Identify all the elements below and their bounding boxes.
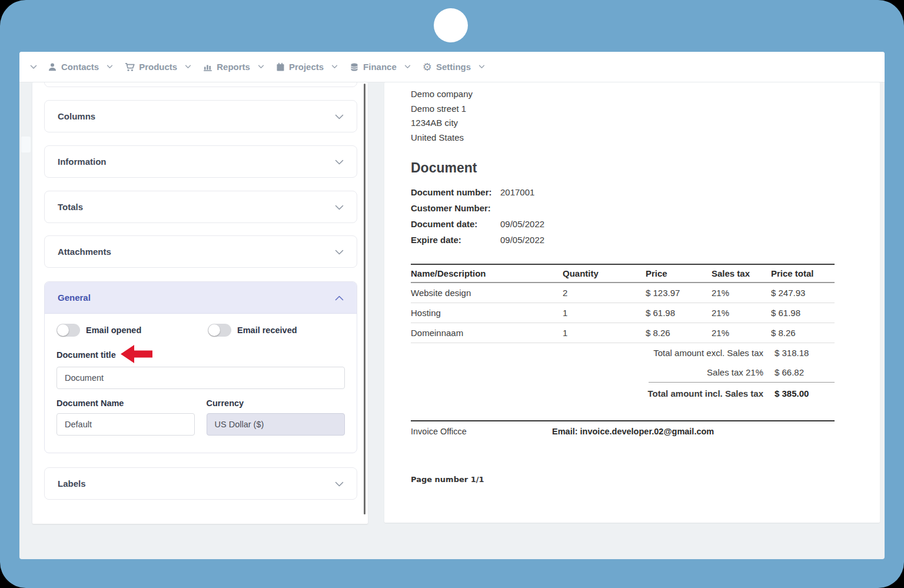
cell-tax: 21%	[712, 288, 771, 298]
nav-item-settings[interactable]: ⚙ Settings	[421, 59, 486, 74]
cell-total: $ 61.98	[771, 308, 835, 318]
section-card-information[interactable]: Information	[44, 145, 357, 178]
cell-qty: 1	[563, 328, 646, 338]
chevron-down-icon	[185, 65, 191, 69]
settings-panel: Columns Information Totals Attachments	[32, 82, 368, 524]
total-label: Total amount excl. Sales tax	[411, 348, 763, 358]
section-title: Labels	[58, 479, 86, 489]
company-name: Demo company	[411, 87, 835, 102]
cell-price: $ 123.97	[646, 288, 712, 298]
section-card-totals[interactable]: Totals	[44, 191, 357, 223]
toggle-label: Email opened	[86, 325, 141, 335]
email-opened-toggle[interactable]	[56, 324, 80, 337]
chevron-down-icon	[335, 202, 344, 212]
nav-label: Settings	[436, 62, 471, 72]
company-city: 1234AB city	[411, 116, 835, 131]
meta-value: 09/05/2022	[500, 235, 544, 245]
chevron-down-icon	[335, 111, 344, 122]
page-number: Page number 1/1	[411, 475, 835, 484]
nav-item-products[interactable]: Products	[124, 59, 192, 74]
total-value: $ 66.82	[775, 367, 835, 377]
meta-label: Document number:	[411, 187, 500, 197]
nav-item-contacts[interactable]: Contacts	[46, 59, 114, 74]
chevron-down-icon	[335, 479, 344, 489]
cell-total: $ 247.93	[771, 288, 835, 298]
cell-tax: 21%	[712, 328, 771, 338]
chevron-down-icon	[478, 65, 485, 69]
section-title: General	[58, 293, 91, 303]
section-title: Information	[58, 157, 107, 167]
top-navbar: Contacts Products Reports	[19, 52, 885, 82]
general-body: Email opened Email received Document tit…	[45, 314, 357, 436]
chevron-up-icon	[335, 293, 344, 303]
chevron-down-icon	[404, 65, 411, 69]
section-card-general[interactable]: General	[45, 282, 357, 314]
currency-input	[207, 413, 345, 436]
chevron-down-icon	[335, 157, 344, 167]
document-heading: Document	[411, 160, 835, 176]
column-header: Sales tax	[712, 268, 771, 278]
meta-value: 09/05/2022	[500, 219, 544, 229]
section-title: Columns	[58, 111, 95, 121]
document-footer: Invoice Officce Email: invoice.developer…	[411, 427, 835, 436]
document-title-input[interactable]	[56, 367, 345, 389]
chevron-down-icon	[107, 65, 113, 69]
device-frame: Contacts Products Reports	[0, 0, 904, 588]
total-label: Sales tax 21%	[411, 367, 763, 377]
toggle-knob	[208, 324, 220, 336]
nav-label: Finance	[363, 62, 397, 72]
gear-icon: ⚙	[423, 62, 432, 72]
nav-label: Products	[139, 62, 177, 72]
red-arrow-annotation-icon	[121, 345, 152, 366]
footer-company: Invoice Officce	[411, 427, 552, 436]
left-panel-scrollbar[interactable]	[364, 84, 365, 514]
toggle-label: Email received	[237, 325, 297, 335]
cell-qty: 1	[563, 308, 646, 318]
section-title: Totals	[58, 202, 83, 212]
nav-collapse-chevron-icon[interactable]	[30, 65, 37, 69]
document-meta: Document number: 2017001 Customer Number…	[411, 184, 835, 248]
document-name-input[interactable]	[56, 413, 195, 436]
section-card-labels[interactable]: Labels	[44, 467, 357, 500]
cell-price: $ 61.98	[646, 308, 712, 318]
bar-chart-icon	[203, 62, 212, 72]
footer-email: Email: invoice.developer.02@gmail.com	[552, 427, 714, 436]
nav-item-finance[interactable]: Finance	[348, 59, 412, 74]
camera-notch	[434, 8, 468, 42]
cell-price: $ 8.26	[646, 328, 712, 338]
footer-divider	[411, 420, 835, 421]
edge-scroll-marker	[21, 137, 31, 152]
document-name-label: Document Name	[56, 398, 124, 408]
nav-label: Contacts	[61, 62, 99, 72]
section-card-columns[interactable]: Columns	[44, 100, 357, 132]
nav-item-projects[interactable]: Projects	[275, 59, 339, 74]
chevron-down-icon	[331, 65, 338, 69]
cell-qty: 2	[563, 288, 646, 298]
app-window: Contacts Products Reports	[19, 52, 885, 559]
calendar-icon	[276, 62, 285, 72]
email-received-toggle[interactable]	[208, 324, 231, 337]
nav-label: Projects	[289, 62, 324, 72]
section-general: General Email opened Email received	[44, 281, 357, 453]
person-icon	[48, 62, 57, 72]
total-value: $ 385.00	[775, 388, 835, 398]
table-row: Website design 2 $ 123.97 21% $ 247.93	[411, 283, 835, 303]
column-header: Price total	[771, 268, 835, 278]
column-header: Price	[646, 268, 712, 278]
meta-label: Document date:	[411, 219, 500, 229]
document-title-label: Document title	[56, 350, 116, 360]
column-header: Name/Description	[411, 268, 563, 278]
nav-label: Reports	[217, 62, 250, 72]
meta-label: Customer Number:	[411, 203, 500, 213]
currency-label: Currency	[207, 398, 244, 408]
nav-item-reports[interactable]: Reports	[202, 59, 265, 74]
table-row: Domeinnaam 1 $ 8.26 21% $ 8.26	[411, 323, 835, 343]
document-preview-panel: Demo company Demo street 1 1234AB city U…	[384, 82, 880, 523]
line-items-table: Name/Description Quantity Price Sales ta…	[411, 264, 835, 343]
section-card-clipped[interactable]	[44, 82, 357, 87]
section-card-attachments[interactable]: Attachments	[44, 235, 357, 268]
cell-total: $ 8.26	[771, 328, 835, 338]
totals-block: Total amount excl. Sales tax $ 318.18 Sa…	[411, 343, 835, 404]
coins-icon	[350, 62, 359, 72]
chevron-down-icon	[335, 247, 344, 257]
